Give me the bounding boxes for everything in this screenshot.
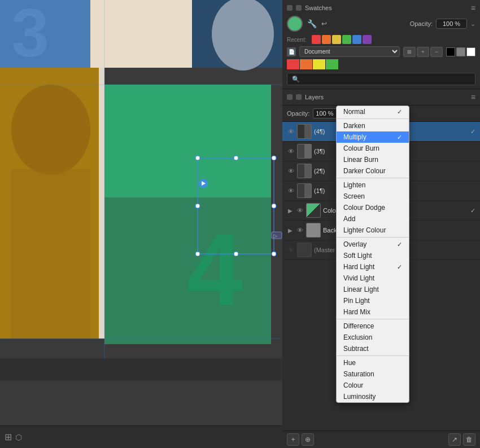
layer-vis-master[interactable]: 👁 xyxy=(287,246,295,254)
blend-darker-colour[interactable]: Darker Colour xyxy=(337,165,409,177)
blend-exclusion[interactable]: Exclusion xyxy=(337,332,409,343)
layer-vis-3[interactable]: 👁 xyxy=(287,147,295,155)
layers-opacity-label: Opacity: xyxy=(287,110,309,117)
svg-point-15 xyxy=(272,204,276,208)
blend-pin-light[interactable]: Pin Light xyxy=(337,295,409,306)
svg-point-17 xyxy=(195,156,200,160)
blend-mode-dropdown-menu: Normal ✓ Darken Multiply ✓ Colour Burn L… xyxy=(336,106,409,403)
blend-multiply[interactable]: Multiply ✓ xyxy=(337,131,409,143)
layer-vis-2[interactable]: 👁 xyxy=(287,167,295,175)
layers-toggle2[interactable] xyxy=(296,94,302,100)
svg-rect-2 xyxy=(90,0,192,68)
blend-normal[interactable]: Normal ✓ xyxy=(337,106,409,117)
recent-color-3[interactable] xyxy=(332,35,341,44)
layer-vis-color[interactable]: 👁 xyxy=(296,207,304,214)
layers-toggle[interactable] xyxy=(287,94,293,100)
svg-point-16 xyxy=(234,252,238,256)
svg-rect-28 xyxy=(0,358,282,381)
dropdown-sep-5 xyxy=(337,355,409,356)
blend-difference[interactable]: Difference xyxy=(337,320,409,332)
blend-linear-light[interactable]: Linear Light xyxy=(337,284,409,295)
blend-colour-dodge[interactable]: Colour Dodge xyxy=(337,202,409,213)
recent-colors xyxy=(312,35,372,44)
opacity-input[interactable] xyxy=(436,19,467,29)
recent-color-6[interactable] xyxy=(363,35,372,44)
layers-add-btn[interactable]: + xyxy=(287,433,299,446)
layer-expand-bg[interactable]: ▶ xyxy=(287,227,294,234)
palette-orange[interactable] xyxy=(300,59,312,69)
layer-thumb-color xyxy=(306,203,321,218)
layer-vis-4[interactable]: 👁 xyxy=(287,128,295,135)
palette-red[interactable] xyxy=(287,59,299,69)
palette-yellow[interactable] xyxy=(313,59,325,69)
recent-color-2[interactable] xyxy=(322,35,331,44)
doc-action-2[interactable]: + xyxy=(417,47,429,57)
swatches-toggle[interactable] xyxy=(287,5,293,11)
swatches-panel: Swatches ≡ 🔧 ↩ Opacity: ⌄ Recent: xyxy=(282,0,480,89)
right-panel: Swatches ≡ 🔧 ↩ Opacity: ⌄ Recent: xyxy=(282,0,480,448)
blend-soft-light[interactable]: Soft Light xyxy=(337,250,409,261)
blend-saturation[interactable]: Saturation xyxy=(337,368,409,380)
search-row xyxy=(287,73,475,85)
doc-action-3[interactable]: − xyxy=(430,47,443,57)
layers-duplicate-btn[interactable]: ⊕ xyxy=(302,433,314,446)
blend-hue[interactable]: Hue xyxy=(337,357,409,368)
layers-delete-btn[interactable]: 🗑 xyxy=(463,433,475,446)
svg-point-14 xyxy=(195,204,200,208)
swatches-menu-btn[interactable]: ≡ xyxy=(471,3,475,12)
gray-swatch[interactable] xyxy=(456,47,465,56)
blend-colour-burn[interactable]: Colour Burn xyxy=(337,143,409,154)
white-swatch[interactable] xyxy=(466,47,475,56)
svg-point-13 xyxy=(234,156,238,160)
eyedropper-icon[interactable]: 🔧 xyxy=(307,19,317,28)
opacity-stepper-icon[interactable]: ⌄ xyxy=(470,20,475,28)
layer-thumb-4 xyxy=(297,124,312,139)
svg-point-4 xyxy=(212,0,274,71)
opacity-label: Opacity: xyxy=(410,20,433,27)
blend-hard-mix[interactable]: Hard Mix xyxy=(337,306,409,318)
active-color[interactable] xyxy=(287,16,303,32)
layer-expand-color[interactable]: ▶ xyxy=(287,207,294,214)
blend-overlay[interactable]: Overlay ✓ xyxy=(337,239,409,250)
recent-color-4[interactable] xyxy=(342,35,351,44)
swatches-search[interactable] xyxy=(287,73,475,85)
blend-colour[interactable]: Colour xyxy=(337,380,409,391)
blend-screen[interactable]: Screen xyxy=(337,191,409,202)
blend-subtract[interactable]: Subtract xyxy=(337,343,409,354)
doc-icon: 📄 xyxy=(287,47,296,56)
blend-linear-burn[interactable]: Linear Burn xyxy=(337,154,409,165)
layers-share-btn[interactable]: ↗ xyxy=(448,433,461,446)
doc-action-1[interactable]: ⊞ xyxy=(403,47,416,57)
recent-label: Recent: xyxy=(287,37,309,43)
dropdown-sep-2 xyxy=(337,178,409,178)
layer-check-color: ✓ xyxy=(470,207,475,214)
layer-vis-bg[interactable]: 👁 xyxy=(296,226,304,234)
black-swatch[interactable] xyxy=(446,47,455,56)
document-select[interactable]: Document xyxy=(299,46,400,57)
blend-add[interactable]: Add xyxy=(337,213,409,225)
layers-opacity-input[interactable] xyxy=(313,108,338,118)
layer-check-4: ✓ xyxy=(470,128,475,135)
blend-vivid-light[interactable]: Vivid Light xyxy=(337,273,409,284)
layer-thumb-2 xyxy=(297,164,312,178)
canvas-bottom-icon2[interactable]: ⬡ xyxy=(15,433,22,442)
dropdown-sep-1 xyxy=(337,118,409,119)
color-reset-icon[interactable]: ↩ xyxy=(321,20,327,28)
swatches-toggle2[interactable] xyxy=(296,5,302,11)
blend-luminosity[interactable]: Luminosity xyxy=(337,391,409,402)
recent-color-5[interactable] xyxy=(352,35,361,44)
recent-color-1[interactable] xyxy=(312,35,321,44)
layers-menu-btn[interactable]: ≡ xyxy=(471,93,475,102)
layer-vis-1[interactable]: 👁 xyxy=(287,187,295,195)
swatches-header: Swatches ≡ xyxy=(287,3,475,12)
blend-lighter-colour[interactable]: Lighter Colour xyxy=(337,225,409,236)
blend-darken[interactable]: Darken xyxy=(337,120,409,131)
layer-thumb-master xyxy=(297,243,312,257)
layers-bottom-icon[interactable]: ⊞ xyxy=(5,432,12,442)
svg-text:3: 3 xyxy=(11,0,49,71)
palette-green[interactable] xyxy=(326,59,338,69)
blend-lighten[interactable]: Lighten xyxy=(337,179,409,191)
layer-thumb-bg xyxy=(306,223,321,238)
blend-hard-light[interactable]: Hard Light ✓ xyxy=(337,261,409,273)
swatches-title: Swatches xyxy=(305,5,332,11)
